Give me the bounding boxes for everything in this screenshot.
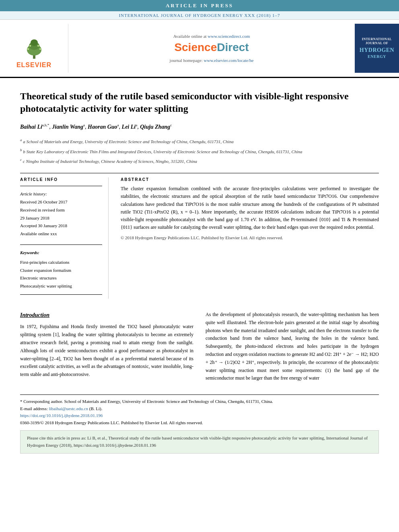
introduction-col-right: As the development of photocatalysis res…: [206, 311, 379, 382]
affiliation-b: b b State Key Laboratory of Electronic T…: [20, 147, 379, 155]
journal-cover-inner: INTERNATIONAL JOURNAL OF HYDROGEN ENERGY: [357, 26, 397, 71]
journal-homepage: journal homepage: www.elsevier.com/locat…: [170, 58, 254, 63]
publisher-header: ELSEVIER Available online at www.science…: [0, 20, 399, 78]
doi-link[interactable]: https://doi.org/10.1016/j.ijhydene.2018.…: [20, 413, 103, 418]
keyword-3: Electronic structures: [20, 274, 102, 282]
received-date: Received 26 October 2017: [20, 198, 102, 206]
issn-line: 0360-3199/© 2018 Hydrogen Energy Publica…: [20, 419, 379, 427]
introduction-text-col1: In 1972, Fujishima and Honda firstly inv…: [20, 323, 193, 379]
revised-label: Received in revised form: [20, 206, 102, 214]
keyword-4: Photocatalytic water splitting: [20, 282, 102, 290]
keyword-1: First-principles calculations: [20, 259, 102, 267]
introduction-text-col2: As the development of photocatalysis res…: [206, 311, 379, 382]
copyright-line: © 2018 Hydrogen Energy Publications LLC.…: [121, 235, 379, 240]
affiliation-a: a a School of Materials and Energy, Univ…: [20, 137, 379, 145]
cover-highlight: HYDROGEN: [359, 47, 395, 54]
journal-header-text: INTERNATIONAL JOURNAL OF HYDROGEN ENERGY…: [119, 13, 280, 18]
elsevier-tree-icon: [18, 38, 50, 60]
sciencedirect-center: Available online at www.sciencedirect.co…: [68, 24, 355, 73]
svg-point-6: [29, 45, 31, 47]
article-info-abstract-section: ARTICLE INFO Article history: Received 2…: [20, 177, 379, 299]
available-online-text: Available online at www.sciencedirect.co…: [173, 34, 250, 39]
main-content: Theoretical study of the rutile based se…: [0, 78, 399, 462]
revised-date: 29 January 2018: [20, 214, 102, 222]
abstract-label: ABSTRACT: [121, 177, 379, 182]
elsevier-logo: ELSEVIER: [0, 24, 68, 73]
separator-end: [20, 294, 102, 295]
keywords-title: Keywords:: [20, 249, 102, 257]
citation-box: Please cite this article in press as: Li…: [20, 430, 379, 453]
article-info-label: ARTICLE INFO: [20, 177, 102, 182]
email-line: E-mail address: libaihai@uestc.edu.cn (B…: [20, 405, 379, 413]
journal-cover-title: INTERNATIONAL JOURNAL OF HYDROGEN ENERGY: [359, 37, 395, 59]
introduction-two-col: Introduction In 1972, Fujishima and Hond…: [20, 311, 379, 382]
accepted-date: Accepted 30 January 2018: [20, 222, 102, 230]
affiliation-c: c c Ningbo Institute of Industrial Techn…: [20, 157, 379, 165]
journal-homepage-link[interactable]: www.elsevier.com/locate/he: [204, 58, 254, 63]
separator-info: [20, 186, 102, 186]
abstract-col: ABSTRACT The cluster expansion formalism…: [121, 177, 379, 299]
article-in-press-banner: ARTICLE IN PRESS: [0, 0, 399, 11]
elsevier-text: ELSEVIER: [16, 62, 51, 69]
svg-point-4: [27, 48, 29, 50]
authors-line: Baihai Lia,b,*, Jianlin Wanga, Haoran Gu…: [20, 122, 379, 131]
footnote-area: * Corresponding author. School of Materi…: [20, 394, 379, 426]
keyword-2: Cluster expansion formalism: [20, 267, 102, 275]
journal-header-line: INTERNATIONAL JOURNAL OF HYDROGEN ENERGY…: [0, 11, 399, 20]
separator-keywords: [20, 244, 102, 245]
article-history: Article history: Received 26 October 201…: [20, 190, 102, 238]
corresponding-author: * Corresponding author. School of Materi…: [20, 398, 379, 405]
abstract-text: The cluster expansion formalism combined…: [121, 185, 379, 231]
banner-text: ARTICLE IN PRESS: [166, 2, 233, 8]
elsevier-logo-image: [10, 28, 58, 60]
svg-point-7: [37, 45, 39, 47]
introduction-section: Introduction In 1972, Fujishima and Hond…: [20, 311, 379, 382]
journal-cover: INTERNATIONAL JOURNAL OF HYDROGEN ENERGY: [355, 24, 399, 73]
online-date: Available online xxx: [20, 230, 102, 238]
introduction-heading: Introduction: [20, 311, 193, 320]
affiliations: a a School of Materials and Energy, Univ…: [20, 137, 379, 165]
introduction-col-left: Introduction In 1972, Fujishima and Hond…: [20, 311, 193, 382]
keywords-section: Keywords: First-principles calculations …: [20, 249, 102, 290]
article-title: Theoretical study of the rutile based se…: [20, 90, 379, 115]
doi-line: https://doi.org/10.1016/j.ijhydene.2018.…: [20, 412, 379, 419]
sciencedirect-logo: ScienceDirect: [174, 41, 249, 54]
svg-point-3: [31, 39, 38, 46]
sciencedirect-url-link[interactable]: www.sciencedirect.com: [208, 34, 250, 39]
separator-1: [20, 173, 379, 173]
email-link[interactable]: libaihai@uestc.edu.cn: [49, 406, 88, 411]
history-label: Article history:: [20, 190, 102, 198]
article-info-col: ARTICLE INFO Article history: Received 2…: [20, 177, 109, 299]
svg-point-5: [39, 48, 41, 50]
